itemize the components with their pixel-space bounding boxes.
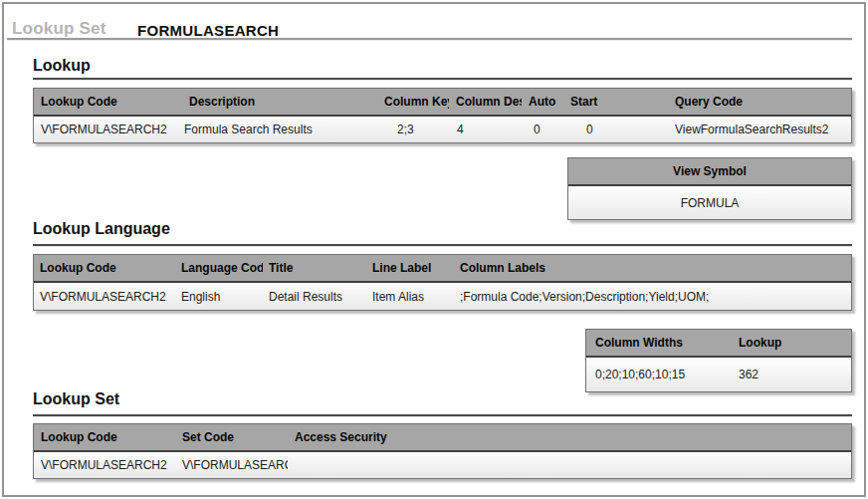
page-title-label: Lookup Set bbox=[12, 19, 107, 39]
table-cell: Detail Results bbox=[263, 283, 366, 310]
column-header: Column Labels bbox=[454, 255, 851, 281]
lookup-set-header-row: Lookup Code Set Code Access Security bbox=[34, 424, 851, 452]
table-cell: V\FORMULASEARCH2 bbox=[34, 452, 175, 478]
table-cell: 362 bbox=[730, 358, 851, 391]
lookup-set-section-heading: Lookup Set bbox=[33, 390, 119, 408]
column-header: Lookup bbox=[730, 330, 851, 356]
table-row: V\FORMULASEARCH2 Formula Search Results … bbox=[34, 117, 851, 142]
lookup-set-section-divider bbox=[33, 414, 852, 416]
lookup-language-section-heading: Lookup Language bbox=[33, 220, 170, 238]
table-cell: V\FORMULASEARCH2 bbox=[34, 117, 182, 142]
column-header: Language Code bbox=[175, 255, 263, 281]
column-widths-table: Column Widths Lookup 0;20;10;60;10;15 36… bbox=[585, 329, 852, 392]
title-divider bbox=[7, 38, 852, 40]
column-header: Column Widths bbox=[586, 330, 730, 356]
column-header: Line Label bbox=[366, 255, 454, 281]
report-page: Lookup Set FORMULASEARCH Lookup Lookup C… bbox=[0, 0, 868, 499]
column-header: Query Code bbox=[668, 89, 851, 115]
lookup-language-section-divider bbox=[33, 244, 852, 246]
column-widths-header-row: Column Widths Lookup bbox=[586, 330, 851, 358]
table-cell: 2;3 bbox=[377, 117, 449, 142]
table-row: FORMULA bbox=[568, 186, 851, 219]
table-cell: 4 bbox=[449, 117, 522, 142]
table-cell: Formula Search Results bbox=[182, 117, 377, 142]
view-symbol-table: View Symbol FORMULA bbox=[567, 157, 852, 220]
lookup-language-header-row: Lookup Code Language Code Title Line Lab… bbox=[34, 255, 851, 283]
column-header: Set Code bbox=[175, 424, 288, 450]
table-cell: ;Formula Code;Version;Description;Yield;… bbox=[454, 283, 851, 310]
table-cell: 0 bbox=[522, 117, 563, 142]
table-cell: English bbox=[175, 283, 263, 310]
table-cell: FORMULA bbox=[568, 186, 851, 219]
column-header: Start bbox=[563, 89, 668, 115]
lookup-table: Lookup Code Description Column Keys Colu… bbox=[33, 88, 852, 143]
lookup-set-table: Lookup Code Set Code Access Security V\F… bbox=[33, 423, 852, 479]
column-header: Lookup Code bbox=[34, 424, 175, 450]
table-cell: 0;20;10;60;10;15 bbox=[586, 358, 730, 391]
lookup-language-table: Lookup Code Language Code Title Line Lab… bbox=[33, 254, 852, 311]
lookup-section-heading: Lookup bbox=[33, 57, 91, 75]
table-cell: 0 bbox=[563, 117, 668, 142]
column-header: Description bbox=[182, 89, 377, 115]
table-row: V\FORMULASEARCH2 V\FORMULASEARCH bbox=[34, 452, 851, 478]
page-title-value: FORMULASEARCH bbox=[137, 22, 279, 39]
table-cell: V\FORMULASEARCH2 bbox=[34, 283, 175, 310]
lookup-section-divider bbox=[33, 78, 852, 80]
table-row: V\FORMULASEARCH2 English Detail Results … bbox=[34, 283, 851, 310]
column-header: Column Desc bbox=[449, 89, 522, 115]
column-header: Title bbox=[263, 255, 366, 281]
table-cell: Item Alias bbox=[366, 283, 454, 310]
column-header: Auto bbox=[522, 89, 563, 115]
table-row: 0;20;10;60;10;15 362 bbox=[586, 358, 851, 391]
column-header: Lookup Code bbox=[34, 89, 182, 115]
table-cell: V\FORMULASEARCH bbox=[175, 452, 288, 478]
view-symbol-header-row: View Symbol bbox=[568, 158, 851, 186]
table-cell bbox=[288, 452, 851, 478]
lookup-table-header-row: Lookup Code Description Column Keys Colu… bbox=[34, 89, 851, 117]
table-cell: ViewFormulaSearchResults2 bbox=[668, 117, 851, 142]
column-header: Access Security bbox=[288, 424, 851, 450]
column-header: Column Keys bbox=[377, 89, 449, 115]
column-header: Lookup Code bbox=[34, 255, 175, 281]
column-header: View Symbol bbox=[568, 158, 851, 184]
